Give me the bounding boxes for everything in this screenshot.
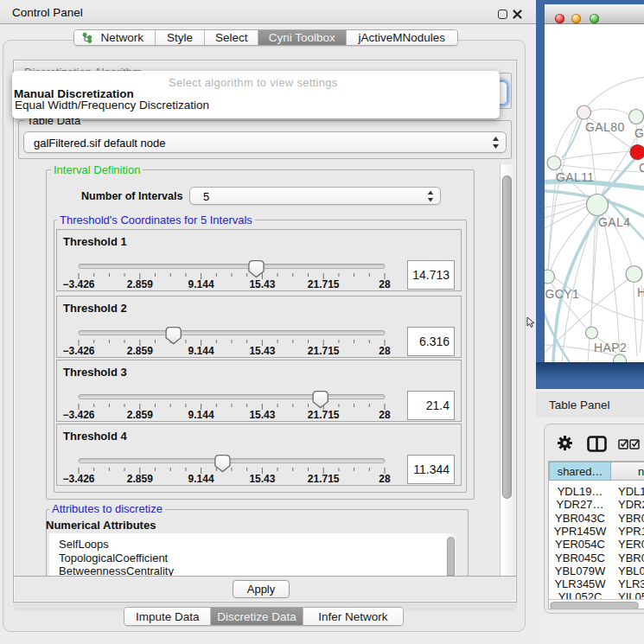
- svg-text:9.144: 9.144: [188, 345, 214, 357]
- svg-text:−3.426: −3.426: [62, 345, 94, 357]
- svg-text:GAL80: GAL80: [585, 120, 625, 134]
- svg-text:21.715: 21.715: [308, 473, 340, 485]
- svg-text:GCY1: GCY1: [545, 287, 580, 301]
- svg-text:−3.426: −3.426: [62, 278, 94, 290]
- svg-text:−3.426: −3.426: [62, 409, 94, 421]
- svg-text:2.859: 2.859: [127, 278, 153, 290]
- svg-text:21.715: 21.715: [308, 409, 340, 421]
- svg-text:21.715: 21.715: [308, 278, 340, 290]
- svg-text:28: 28: [379, 278, 391, 290]
- svg-text:15.43: 15.43: [249, 278, 275, 290]
- svg-text:GAL2: GAL2: [634, 126, 644, 140]
- svg-text:GAL11: GAL11: [556, 170, 595, 184]
- svg-text:−3.426: −3.426: [62, 473, 94, 485]
- svg-text:GAL4: GAL4: [598, 215, 630, 229]
- svg-text:2.859: 2.859: [127, 409, 153, 421]
- svg-text:28: 28: [379, 473, 391, 485]
- svg-text:HAP2: HAP2: [594, 341, 627, 354]
- svg-text:CDC: CDC: [639, 161, 644, 175]
- svg-text:28: 28: [379, 409, 391, 421]
- svg-text:2.859: 2.859: [127, 345, 153, 357]
- svg-text:15.43: 15.43: [249, 345, 275, 357]
- svg-text:15.43: 15.43: [249, 409, 275, 421]
- svg-text:9.144: 9.144: [188, 409, 214, 421]
- svg-text:28: 28: [379, 345, 391, 357]
- svg-text:9.144: 9.144: [188, 473, 214, 485]
- svg-text:21.715: 21.715: [308, 345, 340, 357]
- svg-text:15.43: 15.43: [249, 473, 275, 485]
- svg-text:HIS: HIS: [637, 285, 644, 299]
- svg-text:2.859: 2.859: [127, 473, 153, 485]
- svg-text:9.144: 9.144: [188, 278, 214, 290]
